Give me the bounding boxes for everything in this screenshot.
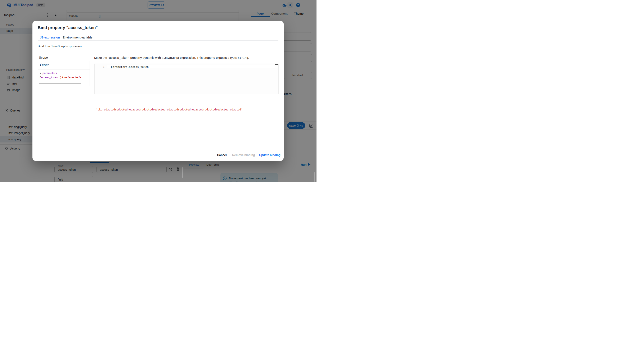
dialog-title: Bind property "access_token" (38, 25, 98, 30)
scope-group-header: Other (38, 61, 90, 70)
scope-label: Scope (39, 56, 48, 59)
editor-minimap-mark (275, 64, 278, 65)
bind-property-dialog: Bind property "access_token" JS expressi… (33, 21, 284, 161)
app-window: MUI Toolpad Beta Preview (0, 0, 317, 182)
scope-explorer: Other parameters: {access_token: "pk.red… (38, 61, 90, 86)
update-binding-button[interactable]: Update binding (259, 153, 281, 157)
scope-tree-parameters[interactable]: parameters: (40, 72, 58, 75)
window-scrollbar[interactable] (314, 172, 315, 182)
tab-environment-variable[interactable]: Environment variable (63, 36, 92, 39)
remove-binding-button[interactable]: Remove binding (232, 153, 255, 157)
editor-line-number: 1 (95, 65, 105, 68)
editor-hint: Make the "access_token" property dynamic… (94, 56, 220, 60)
tab-js-expression[interactable]: JS expression (40, 36, 60, 39)
code-editor[interactable]: 1 parameters.access_token (94, 64, 279, 94)
dialog-subtitle: Bind to a JavaScript expression. (38, 44, 83, 48)
tab-js-underline (38, 40, 61, 40)
scope-hscrollbar[interactable] (39, 83, 81, 84)
tabs-divider (38, 40, 278, 40)
editor-code: parameters.access_token (111, 65, 149, 68)
scope-tree-value-preview: {access_token: "pk.redactedreda (40, 76, 81, 79)
panel-scrollbar[interactable] (182, 167, 183, 178)
cancel-button[interactable]: Cancel (217, 153, 227, 157)
expand-arrow-icon[interactable] (40, 72, 41, 74)
evaluation-result: "pk.redactedredactedredactedredactedreda… (96, 108, 243, 111)
